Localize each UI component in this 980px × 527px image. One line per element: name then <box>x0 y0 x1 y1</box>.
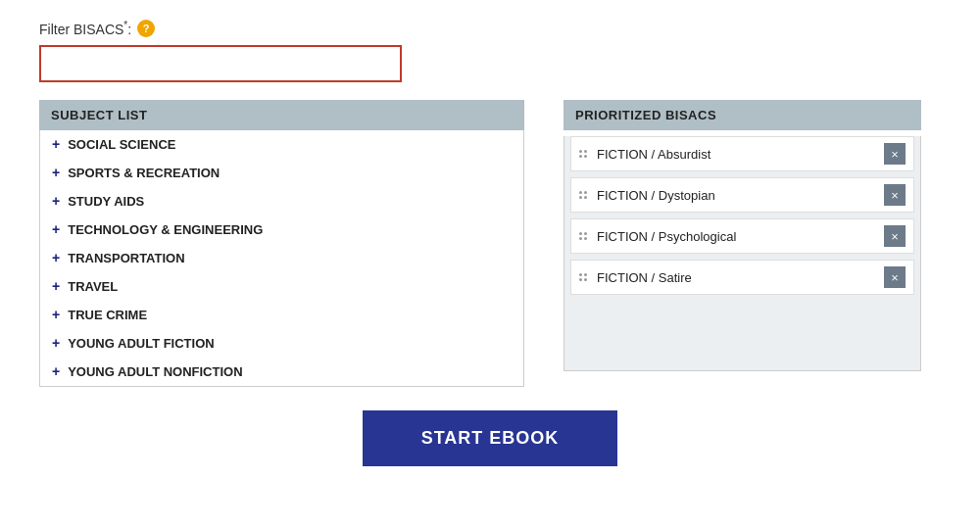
subject-list-item[interactable]: +SPORTS & RECREATION <box>40 159 523 187</box>
bisac-item: FICTION / Satire× <box>570 260 914 295</box>
subject-list-header: SUBJECT LIST <box>39 100 524 130</box>
plus-icon: + <box>52 193 60 209</box>
subject-list-item[interactable]: +SOCIAL SCIENCE <box>40 130 523 159</box>
filter-label-text: Filter BISACS*: <box>39 20 131 37</box>
subject-list-item[interactable]: +TRUE CRIME <box>40 301 523 329</box>
subject-list-panel: SUBJECT LIST +SOCIAL SCIENCE+SPORTS & RE… <box>39 100 524 387</box>
subject-item-label: TRUE CRIME <box>68 308 147 322</box>
plus-icon: + <box>52 136 60 152</box>
drag-handle-icon[interactable] <box>579 232 587 240</box>
remove-bisac-button[interactable]: × <box>884 225 906 247</box>
drag-handle-icon[interactable] <box>579 150 587 158</box>
bisac-item-label: FICTION / Dystopian <box>597 188 878 203</box>
filter-input[interactable] <box>39 45 402 82</box>
subject-list-body: +SOCIAL SCIENCE+SPORTS & RECREATION+STUD… <box>39 130 524 387</box>
subject-item-label: TRANSPORTATION <box>68 251 184 265</box>
subject-list-item[interactable]: +TRANSPORTATION <box>40 244 523 272</box>
subject-item-label: TRAVEL <box>68 279 118 294</box>
bisac-item: FICTION / Absurdist× <box>570 136 914 171</box>
plus-icon: + <box>52 165 60 180</box>
subject-list-item[interactable]: +TRAVEL <box>40 272 523 301</box>
subject-item-label: YOUNG ADULT NONFICTION <box>68 364 242 379</box>
subject-item-label: YOUNG ADULT FICTION <box>68 336 215 351</box>
remove-bisac-button[interactable]: × <box>884 143 906 165</box>
bisac-item-label: FICTION / Satire <box>597 270 878 285</box>
plus-icon: + <box>52 335 60 351</box>
filter-label: Filter BISACS*: ? <box>39 20 941 37</box>
plus-icon: + <box>52 278 60 294</box>
bisac-item: FICTION / Dystopian× <box>570 177 914 213</box>
subject-item-label: TECHNOLOGY & ENGINEERING <box>68 222 263 237</box>
help-icon[interactable]: ? <box>137 20 155 37</box>
subject-list-item[interactable]: +YOUNG ADULT FICTION <box>40 329 523 358</box>
prioritized-header: PRIORITIZED BISACS <box>564 100 921 130</box>
drag-handle-icon[interactable] <box>579 273 587 281</box>
start-ebook-button[interactable]: START EBOOK <box>363 410 618 466</box>
subject-item-label: STUDY AIDS <box>68 194 144 209</box>
bisac-item-label: FICTION / Psychological <box>597 229 878 244</box>
subject-item-label: SOCIAL SCIENCE <box>68 137 175 152</box>
plus-icon: + <box>52 221 60 237</box>
prioritized-body: FICTION / Absurdist×FICTION / Dystopian×… <box>564 136 921 371</box>
remove-bisac-button[interactable]: × <box>884 266 906 288</box>
prioritized-panel: PRIORITIZED BISACS FICTION / Absurdist×F… <box>564 100 921 371</box>
page-container: Filter BISACS*: ? SUBJECT LIST +SOCIAL S… <box>0 0 980 527</box>
lists-container: SUBJECT LIST +SOCIAL SCIENCE+SPORTS & RE… <box>39 100 941 387</box>
plus-icon: + <box>52 363 60 379</box>
filter-section: Filter BISACS*: ? <box>39 20 941 82</box>
plus-icon: + <box>52 307 60 322</box>
subject-list-item[interactable]: +YOUNG ADULT NONFICTION <box>40 358 523 386</box>
subject-list-item[interactable]: +STUDY AIDS <box>40 187 523 216</box>
drag-handle-icon[interactable] <box>579 191 587 199</box>
bisac-item: FICTION / Psychological× <box>570 218 914 254</box>
subject-item-label: SPORTS & RECREATION <box>68 166 220 180</box>
bisac-item-label: FICTION / Absurdist <box>597 147 878 162</box>
subject-list-item[interactable]: +TECHNOLOGY & ENGINEERING <box>40 216 523 244</box>
remove-bisac-button[interactable]: × <box>884 184 906 206</box>
plus-icon: + <box>52 250 60 265</box>
start-ebook-container: START EBOOK <box>39 410 941 466</box>
